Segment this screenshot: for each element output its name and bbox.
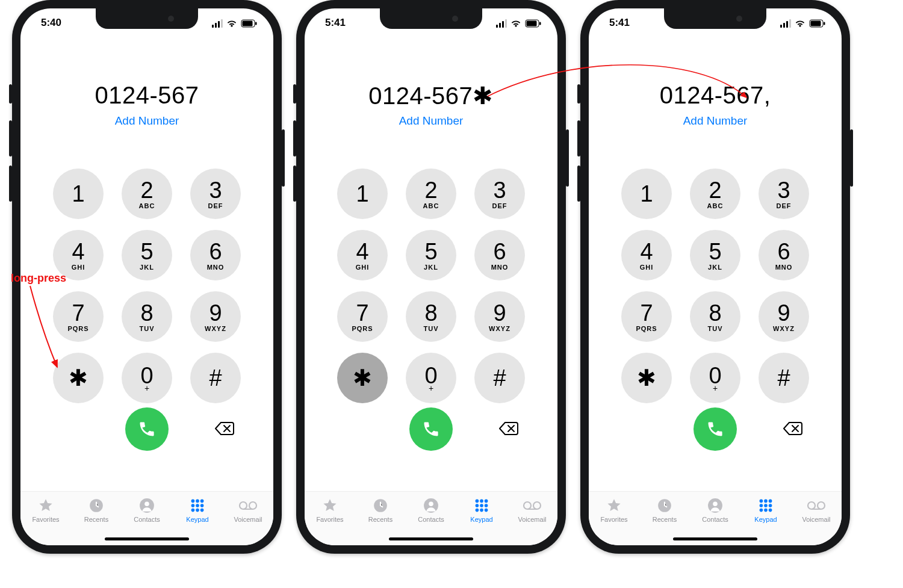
key-5[interactable]: 5JKL: [122, 230, 172, 280]
key-letters: WXYZ: [489, 325, 510, 332]
svg-point-33: [524, 502, 531, 509]
wifi-icon: [795, 19, 805, 28]
call-button[interactable]: [125, 407, 169, 451]
clock-icon: [88, 498, 104, 513]
svg-rect-1: [243, 21, 253, 26]
tab-voicemail[interactable]: Voicemail: [223, 492, 273, 545]
key-0[interactable]: 0+: [122, 353, 172, 403]
key-0[interactable]: 0+: [690, 353, 740, 403]
key-7[interactable]: 7PQRS: [621, 291, 672, 342]
key-hash[interactable]: #: [759, 353, 809, 403]
key-letters: WXYZ: [773, 325, 795, 332]
svg-point-34: [533, 502, 541, 509]
key-digit: 2: [709, 179, 721, 202]
key-3[interactable]: 3DEF: [190, 169, 241, 219]
keypad: 12ABC3DEF4GHI5JKL6MNO7PQRS8TUV9WXYZ✱0+#: [621, 169, 809, 403]
key-digit: #: [777, 367, 790, 389]
key-6[interactable]: 6MNO: [759, 230, 809, 280]
key-digit: 8: [424, 302, 437, 324]
key-4[interactable]: 4GHI: [621, 230, 672, 280]
status-bar: 5:41: [305, 14, 557, 32]
svg-point-41: [713, 502, 718, 507]
key-letters: +: [713, 386, 718, 392]
key-letters: ABC: [707, 202, 724, 209]
key-digit: 4: [356, 240, 368, 263]
key-7[interactable]: 7PQRS: [337, 291, 388, 342]
delete-button[interactable]: [781, 419, 804, 438]
key-2[interactable]: 2ABC: [122, 169, 172, 219]
key-letters: PQRS: [352, 325, 373, 332]
svg-point-27: [476, 504, 479, 507]
key-6[interactable]: 6MNO: [474, 230, 525, 280]
tab-label: Favorites: [32, 516, 59, 523]
key-9[interactable]: 9WXYZ: [190, 291, 241, 342]
key-3[interactable]: 3DEF: [759, 169, 809, 219]
key-5[interactable]: 5JKL: [406, 230, 456, 280]
call-button[interactable]: [694, 407, 737, 451]
keypad-icon: [758, 498, 774, 513]
add-number-link[interactable]: Add Number: [20, 114, 273, 128]
key-2[interactable]: 2ABC: [406, 169, 456, 219]
key-digit: 3: [777, 179, 790, 202]
key-5[interactable]: 5JKL: [690, 230, 740, 280]
key-hash[interactable]: #: [474, 353, 525, 403]
delete-button[interactable]: [213, 419, 236, 438]
keypad: 12ABC3DEF4GHI5JKL6MNO7PQRS8TUV9WXYZ✱0+#: [337, 169, 525, 403]
key-letters: WXYZ: [205, 325, 226, 332]
home-indicator: [105, 537, 189, 540]
call-button[interactable]: [409, 407, 453, 451]
cellular-icon: [780, 19, 791, 28]
key-4[interactable]: 4GHI: [337, 230, 388, 280]
svg-point-9: [191, 504, 195, 507]
key-3[interactable]: 3DEF: [474, 169, 525, 219]
delete-button[interactable]: [497, 419, 520, 438]
key-star[interactable]: ✱: [621, 353, 672, 403]
key-hash[interactable]: #: [190, 353, 241, 403]
key-letters: ABC: [423, 202, 439, 209]
svg-point-7: [196, 500, 199, 503]
tab-favorites[interactable]: Favorites: [589, 492, 639, 545]
key-8[interactable]: 8TUV: [690, 291, 740, 342]
key-digit: 5: [709, 240, 721, 263]
key-1[interactable]: 1: [337, 169, 388, 219]
backspace-icon: [782, 421, 804, 436]
wifi-icon: [226, 19, 237, 28]
key-9[interactable]: 9WXYZ: [474, 291, 525, 342]
key-digit: 4: [72, 240, 84, 263]
key-1[interactable]: 1: [621, 169, 672, 219]
key-8[interactable]: 8TUV: [122, 291, 172, 342]
svg-point-46: [764, 504, 768, 507]
tab-label: Favorites: [316, 516, 343, 523]
call-row: [337, 407, 525, 451]
key-6[interactable]: 6MNO: [190, 230, 241, 280]
key-digit: 1: [72, 182, 84, 205]
tab-label: Voicemail: [518, 516, 546, 523]
key-letters: MNO: [491, 264, 509, 271]
key-1[interactable]: 1: [53, 169, 104, 219]
tab-label: Keypad: [470, 516, 492, 523]
key-9[interactable]: 9WXYZ: [759, 291, 809, 342]
tab-favorites[interactable]: Favorites: [305, 492, 355, 545]
tab-voicemail[interactable]: Voicemail: [507, 492, 557, 545]
star-icon: [606, 498, 622, 513]
key-0[interactable]: 0+: [406, 353, 456, 403]
svg-rect-2: [255, 22, 257, 25]
key-star[interactable]: ✱: [337, 353, 388, 403]
key-digit: 4: [640, 240, 653, 263]
key-8[interactable]: 8TUV: [406, 291, 456, 342]
key-2[interactable]: 2ABC: [690, 169, 740, 219]
phone-handset-icon: [705, 419, 725, 439]
key-digit: 9: [777, 302, 790, 324]
key-digit: 6: [493, 240, 506, 263]
call-row: [621, 407, 809, 451]
svg-point-23: [429, 502, 433, 507]
voicemail-icon: [807, 498, 826, 513]
voicemail-icon: [807, 498, 826, 513]
tab-label: Contacts: [134, 516, 160, 523]
tab-voicemail[interactable]: Voicemail: [791, 492, 842, 545]
person-icon: [139, 498, 155, 513]
backspace-icon: [498, 421, 520, 436]
tab-label: Favorites: [600, 516, 627, 523]
clock-icon: [373, 498, 388, 513]
tab-favorites[interactable]: Favorites: [20, 492, 71, 545]
